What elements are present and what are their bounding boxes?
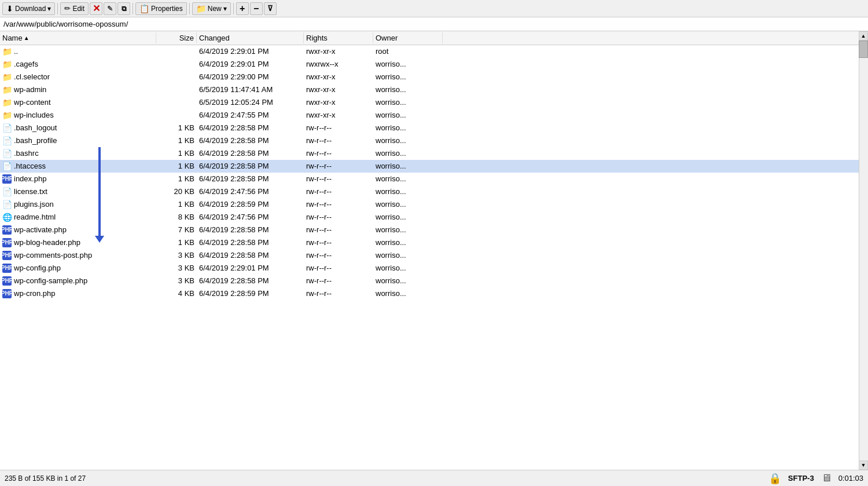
separator-1	[57, 3, 58, 14]
file-rights-cell: rw-r--r--	[304, 263, 373, 273]
download-button[interactable]: ⬇ Download ▾	[2, 2, 55, 15]
col-header-changed[interactable]: Changed	[197, 32, 304, 43]
status-text: 235 B of 155 KB in 1 of 27	[5, 474, 86, 483]
file-name: .htaccess	[14, 162, 46, 170]
file-size-cell	[156, 64, 197, 65]
file-name-cell: 📄 license.txt	[0, 187, 156, 197]
drag-arrow	[98, 147, 101, 237]
file-rights-cell: rw-r--r--	[304, 199, 373, 209]
file-size-cell	[156, 115, 197, 116]
file-name: wp-activate.php	[14, 225, 67, 234]
table-row[interactable]: PHP wp-config-sample.php 3 KB 6/4/2019 2…	[0, 275, 868, 287]
file-size-cell	[156, 76, 197, 78]
folder-icon: 📁	[2, 85, 12, 94]
table-row[interactable]: 📄 .bash_profile 1 KB 6/4/2019 2:28:58 PM…	[0, 134, 868, 147]
file-changed-cell: 6/4/2019 2:28:58 PM	[197, 237, 304, 247]
table-row[interactable]: PHP index.php 1 KB 6/4/2019 2:28:58 PM r…	[0, 173, 868, 185]
folder-icon: 📁	[2, 98, 12, 107]
file-name: wp-config.php	[14, 264, 61, 272]
file-size-cell: 7 KB	[156, 225, 197, 235]
table-row[interactable]: PHP wp-comments-post.php 3 KB 6/4/2019 2…	[0, 249, 868, 262]
php-icon: PHP	[2, 174, 12, 184]
delete-button[interactable]: ✕	[90, 2, 102, 15]
table-row[interactable]: PHP wp-activate.php 7 KB 6/4/2019 2:28:5…	[0, 224, 868, 236]
php-icon: PHP	[2, 264, 12, 273]
file-changed-cell: 6/4/2019 2:28:58 PM	[197, 174, 304, 184]
table-row[interactable]: 📁 .cl.selector 6/4/2019 2:29:00 PM rwxr-…	[0, 71, 868, 83]
table-row[interactable]: 📁 wp-admin 6/5/2019 11:47:41 AM rwxr-xr-…	[0, 83, 868, 96]
col-header-size[interactable]: Size	[156, 32, 197, 43]
file-icon: 📄	[2, 162, 12, 171]
php-icon: PHP	[2, 238, 12, 247]
edit-button[interactable]: ✏ Edit	[60, 2, 89, 15]
table-row[interactable]: 📁 .. 6/4/2019 2:29:01 PM rwxr-xr-x root	[0, 45, 868, 58]
php-icon: PHP	[2, 276, 12, 286]
file-name: readme.html	[14, 213, 56, 221]
file-name-cell: 📄 .bashrc	[0, 148, 156, 159]
file-changed-cell: 6/4/2019 2:28:58 PM	[197, 148, 304, 158]
filter-button[interactable]: ⊽	[264, 2, 277, 15]
file-size-cell: 1 KB	[156, 136, 197, 145]
new-button[interactable]: 📁 New ▾	[192, 2, 231, 15]
file-name-cell: PHP wp-comments-post.php	[0, 250, 156, 261]
monitor-icon: 🖥	[821, 472, 832, 484]
file-name: .bashrc	[14, 149, 39, 158]
file-name-cell: 🌐 readme.html	[0, 212, 156, 222]
file-name: .bash_logout	[14, 123, 57, 132]
add-button[interactable]: +	[236, 2, 249, 15]
col-header-name[interactable]: Name ▲	[0, 32, 156, 43]
address-bar: /var/www/public/worrisome-opossum/	[0, 17, 868, 31]
file-owner-cell: worriso...	[373, 123, 443, 133]
file-size-cell: 1 KB	[156, 123, 197, 133]
table-row[interactable]: 📁 wp-includes 6/4/2019 2:47:55 PM rwxr-x…	[0, 109, 868, 122]
table-row[interactable]: 📄 .htaccess 1 KB 6/4/2019 2:28:58 PM rw-…	[0, 160, 868, 173]
table-row[interactable]: 📄 plugins.json 1 KB 6/4/2019 2:28:59 PM …	[0, 198, 868, 211]
remove-button[interactable]: −	[250, 2, 263, 15]
file-owner-cell: worriso...	[373, 250, 443, 260]
table-row[interactable]: 🌐 readme.html 8 KB 6/4/2019 2:47:56 PM r…	[0, 211, 868, 224]
table-row[interactable]: 📁 wp-content 6/5/2019 12:05:24 PM rwxr-x…	[0, 96, 868, 109]
scrollbar-up[interactable]: ▲	[859, 31, 868, 41]
copy-button[interactable]: ⧉	[117, 2, 130, 15]
file-size-cell: 1 KB	[156, 237, 197, 247]
table-row[interactable]: PHP wp-blog-header.php 1 KB 6/4/2019 2:2…	[0, 236, 868, 249]
edit-icon: ✏	[64, 4, 71, 13]
scrollbar-track: ▲ ▼	[859, 31, 868, 470]
edit-label: Edit	[72, 5, 84, 13]
table-row[interactable]: PHP wp-config.php 3 KB 6/4/2019 2:29:01 …	[0, 262, 868, 275]
file-icon: 📄	[2, 200, 12, 209]
file-size-cell	[156, 89, 197, 90]
scrollbar-thumb[interactable]	[859, 41, 868, 58]
col-header-owner[interactable]: Owner	[373, 32, 443, 43]
status-right: 🔒 SFTP-3 🖥 0:01:03	[768, 472, 863, 485]
file-name-cell: 📄 .htaccess	[0, 161, 156, 171]
file-changed-cell: 6/4/2019 2:47:56 PM	[197, 187, 304, 196]
lock-icon: 🔒	[768, 472, 781, 485]
file-size-cell: 4 KB	[156, 288, 197, 298]
status-bar: 235 B of 155 KB in 1 of 27 🔒 SFTP-3 🖥 0:…	[0, 470, 868, 486]
file-name-cell: 📁 wp-includes	[0, 110, 156, 120]
properties-button[interactable]: 📋 Properties	[135, 2, 187, 15]
scrollbar-down[interactable]: ▼	[859, 461, 868, 470]
file-owner-cell: worriso...	[373, 136, 443, 145]
file-icon: 📄	[2, 123, 12, 133]
sort-arrow: ▲	[24, 35, 30, 41]
file-name: ..	[14, 47, 18, 56]
col-header-rest	[443, 37, 868, 39]
table-row[interactable]: PHP wp-cron.php 4 KB 6/4/2019 2:28:59 PM…	[0, 287, 868, 300]
table-row[interactable]: 📄 license.txt 20 KB 6/4/2019 2:47:56 PM …	[0, 185, 868, 198]
file-size-cell: 8 KB	[156, 212, 197, 222]
folder-icon: 📁	[2, 60, 12, 69]
file-owner-cell: worriso...	[373, 148, 443, 158]
table-row[interactable]: 📁 .cagefs 6/4/2019 2:29:01 PM rwxrwx--x …	[0, 58, 868, 71]
file-owner-cell: worriso...	[373, 263, 443, 273]
file-name-cell: PHP wp-config-sample.php	[0, 276, 156, 286]
file-size-cell: 1 KB	[156, 148, 197, 158]
protocol-label: SFTP-3	[788, 474, 814, 483]
table-row[interactable]: 📄 .bashrc 1 KB 6/4/2019 2:28:58 PM rw-r-…	[0, 147, 868, 160]
rename-button[interactable]: ✎	[104, 2, 116, 15]
col-header-rights[interactable]: Rights	[304, 32, 373, 43]
download-dropdown-icon: ▾	[47, 5, 51, 13]
file-name: plugins.json	[14, 200, 54, 209]
table-row[interactable]: 📄 .bash_logout 1 KB 6/4/2019 2:28:58 PM …	[0, 122, 868, 134]
